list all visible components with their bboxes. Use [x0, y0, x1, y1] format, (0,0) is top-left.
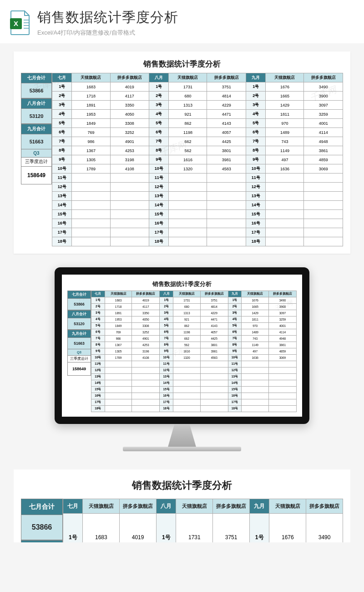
pdd-value[interactable]: 3350 — [132, 310, 160, 316]
pdd-value[interactable]: 3490 — [306, 514, 343, 543]
tmall-value[interactable]: 970 — [266, 119, 304, 128]
pdd-value[interactable] — [200, 399, 228, 406]
pdd-value[interactable]: 4583 — [200, 355, 228, 361]
tmall-value[interactable] — [266, 192, 304, 201]
tmall-value[interactable]: 1683 — [105, 297, 132, 304]
tmall-value[interactable] — [173, 387, 201, 393]
tmall-value[interactable]: 1367 — [72, 146, 110, 155]
pdd-value[interactable]: 3801 — [207, 146, 246, 155]
tmall-value[interactable]: 769 — [72, 128, 110, 137]
pdd-value[interactable] — [132, 406, 160, 412]
pdd-value[interactable]: 4001 — [268, 323, 296, 329]
tmall-value[interactable]: 1305 — [72, 155, 110, 164]
pdd-value[interactable]: 3069 — [304, 164, 343, 174]
pdd-value[interactable]: 4253 — [132, 342, 160, 348]
tmall-value[interactable]: 1683 — [72, 82, 110, 92]
pdd-value[interactable]: 4814 — [200, 304, 228, 310]
tmall-value[interactable]: 1731 — [176, 514, 213, 543]
pdd-value[interactable] — [110, 210, 149, 219]
pdd-value[interactable]: 4143 — [207, 119, 246, 128]
tmall-value[interactable] — [105, 367, 132, 374]
pdd-value[interactable]: 3097 — [304, 101, 343, 110]
pdd-value[interactable] — [132, 399, 160, 406]
tmall-value[interactable]: 1429 — [266, 101, 304, 110]
tmall-value[interactable]: 1636 — [242, 355, 269, 361]
tmall-value[interactable] — [173, 380, 201, 387]
pdd-value[interactable] — [268, 393, 296, 399]
pdd-value[interactable] — [200, 361, 228, 367]
tmall-value[interactable] — [173, 367, 201, 374]
pdd-value[interactable] — [132, 361, 160, 367]
tmall-value[interactable]: 680 — [169, 92, 207, 101]
pdd-value[interactable]: 4019 — [132, 297, 160, 304]
tmall-value[interactable]: 1429 — [242, 310, 269, 316]
tmall-value[interactable] — [169, 192, 207, 201]
pdd-value[interactable] — [207, 228, 246, 237]
tmall-value[interactable]: 1676 — [269, 514, 306, 543]
tmall-value[interactable] — [266, 210, 304, 219]
tmall-value[interactable]: 921 — [169, 110, 207, 119]
pdd-value[interactable]: 4948 — [304, 137, 343, 146]
pdd-value[interactable] — [207, 192, 246, 201]
pdd-value[interactable]: 4859 — [268, 348, 296, 355]
tmall-value[interactable] — [169, 219, 207, 228]
pdd-value[interactable]: 4108 — [132, 355, 160, 361]
tmall-value[interactable] — [173, 399, 201, 406]
pdd-value[interactable]: 4114 — [268, 329, 296, 336]
pdd-value[interactable]: 3981 — [200, 348, 228, 355]
tmall-value[interactable]: 1305 — [105, 348, 132, 355]
pdd-value[interactable]: 4253 — [110, 146, 149, 155]
tmall-value[interactable] — [72, 228, 110, 237]
pdd-value[interactable]: 4229 — [200, 310, 228, 316]
pdd-value[interactable] — [268, 387, 296, 393]
tmall-value[interactable]: 1718 — [105, 304, 132, 310]
pdd-value[interactable] — [268, 380, 296, 387]
pdd-value[interactable]: 4471 — [200, 316, 228, 323]
tmall-value[interactable] — [242, 367, 269, 374]
tmall-value[interactable]: 743 — [242, 336, 269, 342]
pdd-value[interactable] — [207, 210, 246, 219]
pdd-value[interactable] — [110, 201, 149, 210]
pdd-value[interactable]: 4057 — [207, 128, 246, 137]
tmall-value[interactable] — [242, 406, 269, 412]
pdd-value[interactable]: 4859 — [304, 155, 343, 164]
pdd-value[interactable] — [200, 393, 228, 399]
tmall-value[interactable] — [173, 374, 201, 380]
pdd-value[interactable]: 4114 — [304, 128, 343, 137]
pdd-value[interactable]: 3900 — [304, 92, 343, 101]
tmall-value[interactable]: 662 — [169, 137, 207, 146]
tmall-value[interactable] — [173, 406, 201, 412]
pdd-value[interactable] — [200, 387, 228, 393]
tmall-value[interactable]: 1789 — [72, 164, 110, 174]
pdd-value[interactable]: 4117 — [132, 304, 160, 310]
tmall-value[interactable]: 1636 — [266, 164, 304, 174]
tmall-value[interactable]: 562 — [169, 146, 207, 155]
tmall-value[interactable] — [266, 237, 304, 246]
pdd-value[interactable]: 4019 — [110, 82, 149, 92]
tmall-value[interactable]: 1953 — [105, 316, 132, 323]
tmall-value[interactable] — [72, 237, 110, 246]
tmall-value[interactable]: 1320 — [169, 164, 207, 174]
tmall-value[interactable] — [169, 183, 207, 192]
tmall-value[interactable]: 986 — [105, 336, 132, 342]
pdd-value[interactable] — [110, 219, 149, 228]
pdd-value[interactable] — [304, 219, 343, 228]
tmall-value[interactable] — [72, 183, 110, 192]
pdd-value[interactable]: 4108 — [110, 164, 149, 174]
pdd-value[interactable]: 3751 — [200, 297, 228, 304]
tmall-value[interactable] — [266, 201, 304, 210]
pdd-value[interactable]: 4901 — [110, 137, 149, 146]
pdd-value[interactable]: 4425 — [207, 137, 246, 146]
tmall-value[interactable]: 1149 — [242, 342, 269, 348]
pdd-value[interactable] — [207, 183, 246, 192]
tmall-value[interactable]: 1665 — [266, 92, 304, 101]
pdd-value[interactable]: 3252 — [110, 128, 149, 137]
pdd-value[interactable] — [132, 380, 160, 387]
tmall-value[interactable]: 1811 — [266, 110, 304, 119]
pdd-value[interactable] — [207, 237, 246, 246]
pdd-value[interactable] — [132, 367, 160, 374]
pdd-value[interactable] — [110, 228, 149, 237]
pdd-value[interactable] — [132, 387, 160, 393]
pdd-value[interactable]: 3861 — [268, 342, 296, 348]
tmall-value[interactable] — [105, 380, 132, 387]
